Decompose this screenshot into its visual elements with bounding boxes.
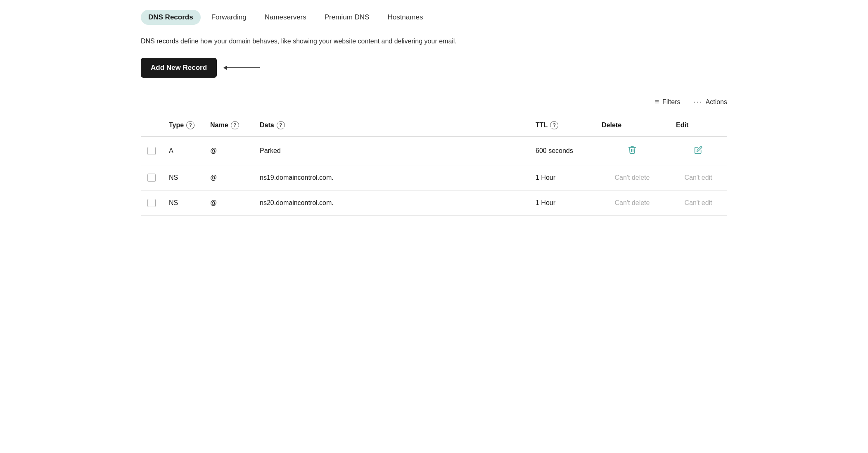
row-name: @ — [204, 165, 253, 191]
row-checkbox-cell — [141, 136, 162, 165]
col-delete: Delete — [595, 116, 669, 136]
row-ttl: 1 Hour — [529, 191, 595, 216]
ttl-help-icon[interactable]: ? — [550, 121, 558, 129]
arrow-line — [227, 67, 260, 68]
row-ttl: 1 Hour — [529, 165, 595, 191]
tab-forwarding[interactable]: Forwarding — [204, 10, 254, 25]
add-record-row: Add New Record — [141, 58, 727, 78]
tab-premium-dns[interactable]: Premium DNS — [317, 10, 377, 25]
table-row: A@Parked600 seconds — [141, 136, 727, 165]
col-edit: Edit — [669, 116, 727, 136]
row-delete-cell: Can't delete — [595, 165, 669, 191]
col-name: Name ? — [204, 116, 253, 136]
name-help-icon[interactable]: ? — [231, 121, 239, 129]
col-type: Type ? — [162, 116, 204, 136]
row-edit-cell: Can't edit — [669, 165, 727, 191]
filters-button[interactable]: ≡ Filters — [655, 98, 680, 106]
arrow-indicator — [227, 67, 260, 68]
actions-button[interactable]: ··· Actions — [694, 98, 727, 106]
filters-label: Filters — [662, 98, 681, 106]
cant-edit-text: Can't edit — [684, 174, 712, 181]
row-data: ns19.domaincontrol.com. — [253, 165, 529, 191]
row-edit-cell: Can't edit — [669, 191, 727, 216]
row-delete-cell: Can't delete — [595, 191, 669, 216]
type-help-icon[interactable]: ? — [186, 121, 194, 129]
row-type: NS — [162, 165, 204, 191]
row-ttl: 600 seconds — [529, 136, 595, 165]
cant-delete-text: Can't delete — [615, 199, 650, 206]
table-body: A@Parked600 secondsNS@ns19.domaincontrol… — [141, 136, 727, 216]
table-row: NS@ns20.domaincontrol.com.1 HourCan't de… — [141, 191, 727, 216]
edit-icon[interactable] — [694, 147, 702, 156]
row-name: @ — [204, 136, 253, 165]
data-help-icon[interactable]: ? — [277, 121, 285, 129]
actions-dots-icon: ··· — [694, 98, 702, 106]
tab-navigation: DNS RecordsForwardingNameserversPremium … — [141, 10, 727, 25]
row-checkbox[interactable] — [147, 174, 156, 182]
table-header: Type ? Name ? Data ? — [141, 116, 727, 136]
tab-nameservers[interactable]: Nameservers — [257, 10, 314, 25]
row-type: NS — [162, 191, 204, 216]
col-data: Data ? — [253, 116, 529, 136]
filter-icon: ≡ — [655, 98, 659, 106]
row-edit-cell — [669, 136, 727, 165]
table-controls: ≡ Filters ··· Actions — [141, 98, 727, 106]
row-checkbox-cell — [141, 191, 162, 216]
row-data: Parked — [253, 136, 529, 165]
cant-edit-text: Can't edit — [684, 199, 712, 206]
actions-label: Actions — [706, 98, 727, 106]
cant-delete-text: Can't delete — [615, 174, 650, 181]
table-row: NS@ns19.domaincontrol.com.1 HourCan't de… — [141, 165, 727, 191]
dns-records-table: Type ? Name ? Data ? — [141, 116, 727, 216]
row-data: ns20.domaincontrol.com. — [253, 191, 529, 216]
row-delete-cell — [595, 136, 669, 165]
add-new-record-button[interactable]: Add New Record — [141, 58, 217, 78]
tab-dns-records[interactable]: DNS Records — [141, 10, 201, 25]
row-checkbox[interactable] — [147, 147, 156, 155]
description-text: DNS records define how your domain behav… — [141, 36, 727, 46]
col-ttl: TTL ? — [529, 116, 595, 136]
delete-icon[interactable] — [628, 146, 637, 156]
row-checkbox[interactable] — [147, 199, 156, 207]
col-checkbox — [141, 116, 162, 136]
dns-records-link[interactable]: DNS records — [141, 38, 179, 45]
row-name: @ — [204, 191, 253, 216]
row-checkbox-cell — [141, 165, 162, 191]
tab-hostnames[interactable]: Hostnames — [380, 10, 430, 25]
row-type: A — [162, 136, 204, 165]
table-header-row: Type ? Name ? Data ? — [141, 116, 727, 136]
